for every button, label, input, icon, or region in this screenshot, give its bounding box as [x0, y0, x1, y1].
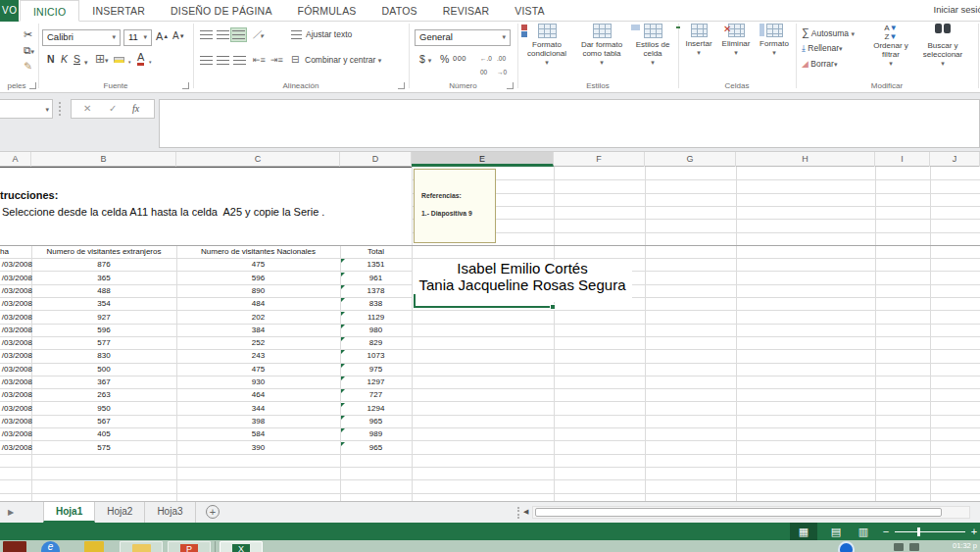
cell[interactable]: 965 [340, 415, 412, 427]
cell[interactable]: 384 [176, 324, 340, 336]
formula-input[interactable] [159, 99, 980, 148]
cell[interactable]: 965 [340, 441, 412, 454]
merge-center-button[interactable]: Combinar y centrar ▾ [305, 53, 381, 68]
tab-inicio[interactable]: INICIO [20, 0, 79, 22]
column-header-C[interactable]: C [176, 152, 340, 167]
shrink-font-icon[interactable]: A▼ [172, 29, 185, 43]
column-header-G[interactable]: G [645, 152, 736, 167]
cell[interactable]: 890 [176, 284, 340, 297]
decrease-indent-icon[interactable]: ⇤≡ [253, 53, 266, 67]
cell[interactable]: 252 [176, 336, 340, 349]
tray-icon-2[interactable] [909, 543, 919, 551]
cell[interactable]: /03/2008 [0, 415, 32, 427]
number-format-select[interactable]: General▾ [415, 29, 511, 46]
page-layout-view-button[interactable]: ▤ [825, 523, 847, 540]
horizontal-scroll-thumb[interactable] [535, 508, 942, 517]
normal-view-button[interactable]: ▦ [790, 523, 817, 540]
name-box-caret[interactable]: ▾ [45, 106, 49, 114]
cell[interactable]: /03/2008 [0, 272, 32, 284]
format-as-table-button[interactable]: Dar formato como tabla ▾ [574, 24, 629, 67]
cell[interactable]: 243 [176, 349, 340, 362]
cell[interactable]: 1297 [340, 376, 412, 388]
column-header-J[interactable]: J [930, 152, 980, 167]
cell[interactable]: /03/2008 [0, 324, 32, 336]
alignment-dialog-launcher[interactable] [398, 82, 405, 89]
column-header-I[interactable]: I [875, 152, 930, 167]
underline-button[interactable]: S [74, 52, 80, 66]
number-dialog-launcher[interactable] [507, 82, 514, 89]
zoom-slider-thumb[interactable] [917, 527, 920, 536]
cell[interactable]: /03/2008 [0, 258, 32, 271]
orientation-icon[interactable]: ⟋▾ [253, 27, 264, 43]
cell[interactable]: /03/2008 [0, 441, 32, 454]
cell[interactable]: 1129 [340, 311, 412, 324]
cell[interactable]: 577 [31, 336, 176, 349]
percent-button[interactable]: % [440, 52, 449, 66]
zoom-in-button[interactable]: + [968, 523, 980, 540]
sheet-tab-hoja2[interactable]: Hoja2 [95, 502, 145, 523]
cut-icon[interactable]: ✂ [24, 27, 32, 41]
increase-decimal-icon[interactable]: ←.000 [480, 52, 492, 79]
align-middle-icon[interactable] [217, 30, 229, 39]
name-box[interactable]: ▾ [0, 99, 53, 119]
table-header-cell[interactable]: ha [0, 245, 32, 258]
cell[interactable]: 488 [31, 284, 176, 297]
enter-icon[interactable]: ✓ [109, 103, 117, 114]
cancel-icon[interactable]: ✕ [83, 103, 91, 114]
cell-styles-button[interactable]: Estilos de celda ▾ [630, 24, 675, 67]
taskbar-app-icon-2[interactable] [84, 541, 104, 552]
cell[interactable]: 365 [31, 272, 176, 284]
cell[interactable]: /03/2008 [0, 284, 32, 297]
sheet-tab-hoja3[interactable]: Hoja3 [145, 502, 195, 523]
align-top-icon[interactable] [200, 30, 213, 39]
column-header-B[interactable]: B [31, 152, 176, 167]
comma-style-button[interactable]: 000 [453, 52, 466, 66]
cell[interactable]: 975 [340, 363, 412, 376]
cell[interactable]: /03/2008 [0, 349, 32, 362]
cell[interactable]: /03/2008 [0, 336, 32, 349]
bold-button[interactable]: N [47, 52, 55, 66]
table-header-cell[interactable]: Numero de visitantes Nacionales [176, 245, 340, 258]
cell[interactable]: 263 [31, 388, 176, 401]
internet-explorer-icon[interactable]: e [41, 541, 60, 552]
instructions-box[interactable]: trucciones: Seleccione desde la celda A1… [0, 167, 412, 245]
cell[interactable]: 1378 [340, 284, 412, 297]
align-center-icon[interactable] [217, 56, 229, 65]
cell[interactable]: /03/2008 [0, 311, 32, 324]
cell[interactable]: 1294 [340, 402, 412, 415]
fill-handle[interactable] [550, 304, 556, 310]
tab-vista[interactable]: VISTA [502, 0, 558, 22]
table-header-cell[interactable]: Numero de visitantes extranjeros [31, 245, 176, 258]
cell[interactable]: /03/2008 [0, 388, 32, 401]
currency-button[interactable]: $ ▾ [419, 52, 431, 68]
clipboard-dialog-launcher[interactable] [29, 82, 36, 89]
sort-filter-button[interactable]: A▼Z▼ Ordenar y filtrar ▾ [867, 24, 914, 68]
cell[interactable]: /03/2008 [0, 402, 32, 415]
names-textbox[interactable]: Isabel Emilio Cortés Tania Jacqueline Ro… [413, 260, 632, 302]
cell[interactable]: 950 [31, 402, 176, 415]
cell[interactable]: 1073 [340, 349, 412, 362]
cell[interactable]: 575 [31, 441, 176, 454]
zoom-out-button[interactable]: − [880, 523, 892, 540]
excel-button-active[interactable]: X [220, 541, 263, 552]
cell[interactable]: 475 [176, 363, 340, 376]
find-select-button[interactable]: Buscar y seleccionar ▾ [915, 24, 970, 68]
decrease-decimal-icon[interactable]: .00→0 [497, 52, 507, 79]
autosum-button[interactable]: ∑ Autosuma ▾ [802, 25, 855, 41]
zoom-slider-track[interactable] [895, 531, 965, 532]
cell[interactable]: 202 [176, 311, 340, 324]
fill-color-caret[interactable]: ▾ [128, 55, 131, 69]
cell[interactable]: 830 [31, 349, 176, 362]
cell[interactable]: /03/2008 [0, 363, 32, 376]
borders-icon[interactable]: ⊞▾ [95, 52, 109, 68]
align-bottom-icon-selected[interactable] [230, 27, 247, 42]
column-header-E[interactable]: E [412, 152, 554, 167]
table-header-cell[interactable]: Total [340, 245, 412, 258]
conditional-formatting-button[interactable]: Formato condicional ▾ [520, 24, 573, 67]
tray-blue-icon[interactable] [838, 541, 855, 552]
cell[interactable]: 344 [176, 402, 340, 415]
cell[interactable]: 980 [340, 324, 412, 336]
column-header-F[interactable]: F [554, 152, 645, 167]
fill-color-icon[interactable] [114, 57, 124, 63]
cell[interactable]: 1351 [340, 258, 412, 271]
